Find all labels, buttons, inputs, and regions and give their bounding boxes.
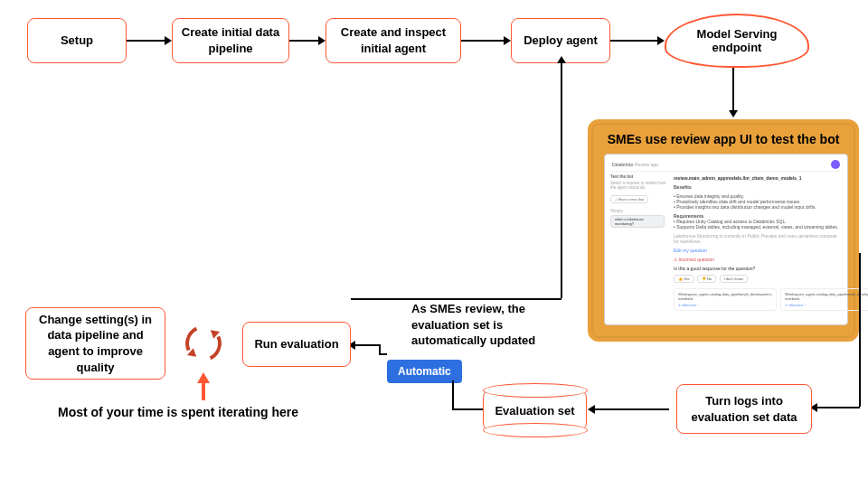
iterate-label: Most of your time is spent iterating her… (58, 405, 298, 419)
mock-b3: Provides insights into data distribution… (676, 204, 816, 210)
mock-history-item: what is lakehouse monitoring? (610, 215, 665, 228)
sme-panel-title: SMEs use review app UI to test the bot (604, 132, 843, 146)
arrow-right-icon (165, 36, 172, 45)
mock-r2: Supports Delta tables, including managed… (676, 224, 838, 230)
arrow-up-icon (557, 56, 566, 63)
node-create-pipeline: Create initial data pipeline (172, 18, 289, 63)
edge (561, 63, 562, 298)
mock-left-heading: Test the bot (610, 174, 666, 179)
mock-yes: Yes (684, 277, 690, 281)
arrow-right-icon (318, 36, 326, 45)
mock-app-name: Databricks (612, 162, 634, 167)
mock-model-path: review.main_admin_appmodels.llm_chain_de… (674, 175, 840, 181)
edge (127, 40, 165, 42)
node-eval-set: Evaluation set (483, 389, 587, 432)
node-label: Change setting(s) in data pipeline and a… (33, 312, 157, 375)
mock-edit-link: Edit my question (674, 248, 840, 253)
mock-rate-q: Is this a good response for the question… (674, 266, 840, 271)
arrow-up-icon (197, 372, 210, 383)
node-label: Setup (61, 33, 93, 49)
edge (732, 68, 734, 111)
edge (595, 408, 669, 410)
node-label: Run evaluation (254, 336, 338, 352)
sme-note: As SMEs review, the evaluation set is au… (411, 301, 579, 349)
cycle-icon (180, 320, 226, 366)
node-label: Create initial data pipeline (180, 24, 281, 56)
mock-tab: Review app (635, 162, 658, 167)
edge (452, 408, 483, 410)
edge (461, 40, 504, 42)
mock-no: No (707, 277, 712, 281)
edge (610, 40, 657, 42)
mock-idk: I don't know (724, 277, 743, 281)
mock-warn: Incorrect question (678, 257, 714, 262)
node-change-settings: Change setting(s) in data pipeline and a… (25, 307, 165, 380)
node-setup: Setup (27, 18, 127, 63)
edge (817, 407, 860, 408)
mock-left-sub: Select a request to review how the agent… (610, 181, 666, 190)
arrow-left-icon (588, 405, 595, 414)
node-create-agent: Create and inspect initial agent (326, 18, 461, 63)
edge (355, 344, 380, 346)
sme-review-panel: SMEs use review app UI to test the bot D… (588, 119, 859, 342)
edge (289, 40, 318, 42)
mock-card: /Workspace_agent.catalog.data_pipelines/… (678, 292, 772, 301)
mock-history: History (610, 209, 666, 213)
arrow-down-icon (729, 110, 738, 117)
edge (452, 380, 454, 409)
mock-card: /Workspace_agent.catalog.data_pipelines/… (785, 292, 868, 301)
arrow-right-icon (504, 36, 511, 45)
edge (351, 298, 561, 300)
node-run-eval: Run evaluation (242, 322, 351, 367)
node-label: Turn logs into evaluation set data (684, 393, 804, 425)
arrow-right-icon (657, 36, 665, 45)
review-app-mock: Databricks Review app Test the bot Selec… (604, 154, 848, 325)
edge (859, 253, 861, 407)
badge-automatic: Automatic (387, 360, 462, 383)
edge (379, 344, 381, 354)
node-endpoint: Model Serving endpoint (665, 14, 809, 68)
node-label: Model Serving endpoint (675, 27, 798, 54)
node-label: Deploy agent (524, 33, 598, 49)
arrow-stem (202, 382, 205, 400)
mock-r-footer: Lakehouse Monitoring is currently in Pub… (674, 233, 840, 244)
avatar (831, 160, 840, 169)
mock-benefits-h: Benefits (674, 184, 840, 190)
node-turn-logs: Turn logs into evaluation set data (676, 384, 812, 434)
node-label: Evaluation set (495, 404, 574, 418)
node-label: Create and inspect initial agent (334, 24, 453, 56)
